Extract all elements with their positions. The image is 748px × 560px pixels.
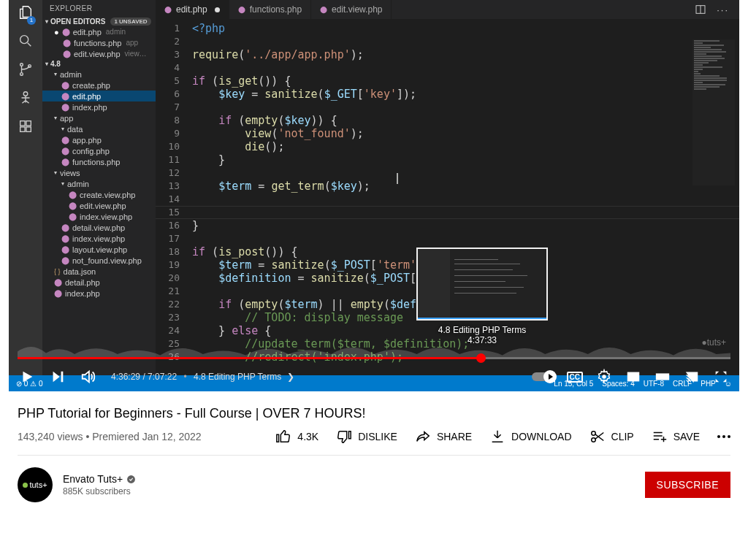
volume-icon[interactable] bbox=[80, 369, 96, 385]
open-editor-item[interactable]: ●⬤edit.phpadmin bbox=[42, 26, 156, 37]
tree-file[interactable]: ⬤functions.php bbox=[42, 156, 156, 167]
heatmap bbox=[18, 339, 730, 359]
editor-tab[interactable]: ⬤edit.php bbox=[156, 0, 229, 19]
split-editor-icon[interactable] bbox=[695, 4, 706, 15]
channel-name-text: Envato Tuts+ bbox=[63, 473, 123, 485]
thumbs-up-icon bbox=[275, 429, 291, 445]
tree-file[interactable]: ⬤layout.view.php bbox=[42, 244, 156, 255]
avatar-text: tuts+ bbox=[29, 480, 47, 489]
svg-point-0 bbox=[20, 36, 28, 44]
publish-date: Premiered Jan 12, 2022 bbox=[92, 431, 201, 442]
subscriber-count: 885K subscribers bbox=[63, 486, 136, 496]
more-icon bbox=[717, 435, 730, 438]
time-display: 4:36:29 / 7:07:22 • 4.8 Editing PHP Term… bbox=[111, 372, 294, 382]
tree-folder[interactable]: ▾admin bbox=[42, 178, 156, 189]
svg-rect-8 bbox=[26, 121, 31, 126]
editor-tab[interactable]: ⬤edit.view.php bbox=[311, 0, 392, 19]
play-icon[interactable] bbox=[19, 369, 35, 385]
elapsed-time: 4:36:29 bbox=[111, 372, 140, 382]
tree-folder[interactable]: ▾views bbox=[42, 167, 156, 178]
svg-rect-5 bbox=[20, 121, 25, 126]
more-icon[interactable]: ··· bbox=[717, 4, 729, 15]
folder-root-section[interactable]: ▾ 4.8 bbox=[42, 59, 156, 69]
tree-file[interactable]: ⬤app.php bbox=[42, 134, 156, 145]
thumbnail-image bbox=[416, 248, 548, 321]
open-editors-section[interactable]: ▾ OPEN EDITORS 1 UNSAVED bbox=[42, 17, 156, 26]
editor-tabs: ⬤edit.php⬤functions.php⬤edit.view.php ··… bbox=[156, 0, 739, 19]
video-player[interactable]: 1 EXPLORER ▾ OPEN EDITORS 1 UNSAVED ●⬤ed… bbox=[9, 0, 739, 391]
open-editor-item[interactable]: ⬤edit.view.phpview… bbox=[42, 48, 156, 59]
channel-avatar[interactable]: tuts+ bbox=[18, 467, 53, 502]
progress-bar[interactable] bbox=[18, 357, 730, 359]
open-editors-label: OPEN EDITORS bbox=[50, 18, 105, 26]
download-button[interactable]: DOWNLOAD bbox=[489, 429, 571, 445]
tree-file[interactable]: ⬤detail.view.php bbox=[42, 222, 156, 233]
chevron-down-icon: ▾ bbox=[45, 18, 48, 25]
subscribe-button[interactable]: SUBSCRIBE bbox=[645, 472, 730, 498]
share-icon bbox=[415, 429, 431, 445]
svg-point-10 bbox=[602, 375, 606, 379]
save-label: SAVE bbox=[673, 431, 700, 442]
badge-icon: 1 bbox=[27, 16, 36, 25]
download-icon bbox=[489, 429, 505, 445]
more-actions-button[interactable] bbox=[717, 435, 730, 438]
debug-icon bbox=[18, 90, 34, 106]
tree-file[interactable]: { }data.json bbox=[42, 266, 156, 277]
thumbs-down-icon bbox=[336, 429, 352, 445]
tree-file[interactable]: ⬤not_found.view.php bbox=[42, 255, 156, 266]
branch-icon bbox=[18, 61, 34, 77]
video-meta-row: 143,240 views • Premiered Jan 12, 2022 4… bbox=[18, 429, 730, 456]
explorer-title: EXPLORER bbox=[42, 0, 156, 17]
like-button[interactable]: 4.3K bbox=[275, 429, 318, 445]
settings-icon[interactable] bbox=[596, 369, 612, 385]
tree-file[interactable]: ⬤detail.php bbox=[42, 277, 156, 288]
svg-point-15 bbox=[591, 438, 595, 442]
open-editor-item[interactable]: ⬤functions.phpapp bbox=[42, 37, 156, 48]
action-bar: 4.3K DISLIKE SHARE DOWNLOAD CLIP SAVE bbox=[275, 429, 730, 445]
like-count: 4.3K bbox=[297, 431, 318, 442]
svg-rect-7 bbox=[26, 127, 31, 131]
editor-tab[interactable]: ⬤functions.php bbox=[229, 0, 311, 19]
miniplayer-icon[interactable] bbox=[625, 369, 641, 385]
autoplay-toggle[interactable] bbox=[532, 372, 554, 381]
tree-folder[interactable]: ▾app bbox=[42, 112, 156, 123]
clip-button[interactable]: CLIP bbox=[589, 429, 634, 445]
seek-preview-thumbnail: 4.8 Editing PHP Terms 4:37:33 bbox=[416, 248, 548, 345]
tree-file[interactable]: ⬤edit.php bbox=[42, 91, 156, 101]
thumb-chapter: 4.8 Editing PHP Terms bbox=[416, 325, 548, 335]
svg-rect-12 bbox=[633, 377, 638, 380]
fullscreen-icon[interactable] bbox=[713, 369, 729, 385]
save-button[interactable]: SAVE bbox=[652, 429, 700, 445]
chevron-right-icon[interactable]: ❯ bbox=[287, 372, 294, 382]
download-label: DOWNLOAD bbox=[511, 431, 571, 442]
tree-folder[interactable]: ▾admin bbox=[42, 69, 156, 80]
tree-file[interactable]: ⬤create.php bbox=[42, 80, 156, 91]
chapter-name[interactable]: 4.8 Editing PHP Terms bbox=[194, 372, 281, 382]
cast-icon[interactable] bbox=[684, 369, 700, 385]
captions-icon[interactable]: CC bbox=[567, 372, 583, 383]
tree-file[interactable]: ⬤index.view.php bbox=[42, 233, 156, 244]
share-button[interactable]: SHARE bbox=[415, 429, 472, 445]
extensions-icon bbox=[18, 118, 34, 134]
svg-point-16 bbox=[127, 475, 135, 483]
theater-icon[interactable] bbox=[654, 369, 671, 385]
line-gutter: 1234567891011121314151617181920212223242… bbox=[156, 22, 188, 364]
tree-file[interactable]: ⬤create.view.php bbox=[42, 189, 156, 200]
minimap[interactable] bbox=[692, 39, 735, 185]
view-count: 143,240 views bbox=[18, 431, 83, 442]
tree-folder[interactable]: ▾data bbox=[42, 123, 156, 134]
svg-point-1 bbox=[20, 64, 23, 66]
duration-time: 7:07:22 bbox=[148, 372, 177, 382]
svg-point-2 bbox=[20, 73, 23, 76]
tree-file[interactable]: ⬤config.php bbox=[42, 145, 156, 156]
tree-file[interactable]: ⬤index.php bbox=[42, 288, 156, 299]
dislike-button[interactable]: DISLIKE bbox=[336, 429, 397, 445]
folder-root-label: 4.8 bbox=[50, 60, 61, 68]
next-icon[interactable] bbox=[50, 369, 66, 385]
tree-file[interactable]: ⬤index.view.php bbox=[42, 211, 156, 222]
playlist-add-icon bbox=[652, 429, 668, 445]
channel-name[interactable]: Envato Tuts+ bbox=[63, 473, 136, 485]
tree-file[interactable]: ⬤index.php bbox=[42, 101, 156, 112]
clip-label: CLIP bbox=[611, 431, 634, 442]
tree-file[interactable]: ⬤edit.view.php bbox=[42, 200, 156, 211]
